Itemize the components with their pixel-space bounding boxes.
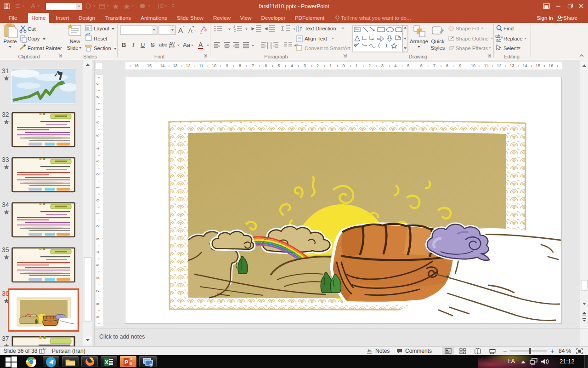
svg-text:6: 6 (96, 277, 100, 279)
svg-text:15: 15 (536, 63, 540, 68)
svg-text:6: 6 (96, 121, 100, 124)
svg-text:13: 13 (173, 63, 177, 68)
svg-text:4: 4 (96, 147, 100, 150)
svg-text:5: 5 (277, 63, 280, 68)
svg-text:1: 1 (96, 186, 100, 189)
svg-text:2: 2 (96, 173, 100, 176)
svg-text:16: 16 (548, 63, 553, 68)
svg-text:1: 1 (96, 212, 100, 214)
svg-text:7: 7 (433, 63, 435, 68)
svg-text:7: 7 (96, 290, 100, 292)
svg-text:4: 4 (394, 63, 396, 68)
svg-text:9: 9 (96, 316, 100, 318)
svg-text:9: 9 (459, 63, 461, 68)
svg-text:12: 12 (186, 63, 191, 68)
svg-text:7: 7 (96, 109, 100, 111)
svg-text:0: 0 (342, 63, 345, 68)
svg-text:4: 4 (96, 251, 100, 253)
svg-text:0: 0 (96, 199, 100, 201)
svg-text:7: 7 (252, 63, 254, 68)
svg-text:3: 3 (381, 63, 384, 68)
svg-text:1: 1 (356, 63, 358, 68)
svg-text:5: 5 (96, 264, 100, 266)
svg-text:9: 9 (226, 63, 228, 68)
svg-text:3: 3 (96, 238, 100, 241)
svg-text:2: 2 (368, 63, 371, 68)
svg-text:2: 2 (317, 63, 319, 68)
svg-text:14: 14 (523, 63, 527, 68)
svg-text:5: 5 (407, 63, 409, 68)
svg-text:11: 11 (484, 63, 488, 68)
svg-text:8: 8 (446, 63, 448, 68)
svg-text:16: 16 (134, 63, 139, 68)
svg-text:4: 4 (291, 63, 293, 68)
svg-text:1: 1 (329, 63, 332, 68)
svg-text:12: 12 (497, 63, 501, 68)
svg-text:10: 10 (471, 63, 475, 68)
svg-text:8: 8 (239, 63, 241, 68)
svg-text:P: P (124, 359, 128, 366)
svg-text:8: 8 (96, 95, 100, 98)
svg-text:3: 3 (96, 160, 100, 162)
svg-text:5: 5 (96, 134, 100, 137)
svg-text:9: 9 (96, 82, 100, 85)
svg-text:2: 2 (96, 225, 100, 227)
svg-text:13: 13 (510, 63, 514, 68)
svg-text:6: 6 (420, 63, 423, 68)
svg-text:11: 11 (199, 63, 203, 68)
svg-text:14: 14 (160, 63, 164, 68)
svg-text:10: 10 (212, 63, 216, 68)
svg-text:6: 6 (265, 63, 267, 68)
svg-text:8: 8 (96, 303, 100, 305)
svg-text:3: 3 (304, 63, 306, 68)
svg-text:15: 15 (147, 63, 152, 68)
svg-text:X: X (105, 359, 108, 366)
